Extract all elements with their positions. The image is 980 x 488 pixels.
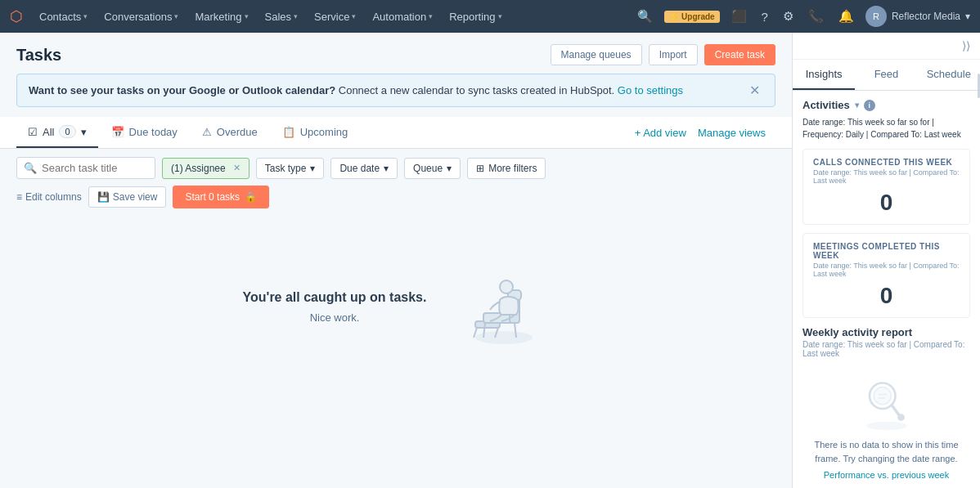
panel-body: Activities ▾ i Date range: This week so … [793, 91, 980, 488]
nav-marketing[interactable]: Marketing ▾ [188, 7, 254, 26]
tasks-tabs-bar: ☑ All 0 ▾ 📅 Due today ⚠ Overdue 📋 Upcomi… [0, 117, 792, 149]
chevron-down-icon: ▾ [447, 163, 452, 174]
chevron-down-icon: ▾ [310, 163, 315, 174]
chevron-down-icon: ▾ [965, 11, 970, 22]
page-title: Tasks [16, 46, 61, 65]
assignee-filter-button[interactable]: (1) Assignee ✕ [162, 158, 249, 179]
svg-point-9 [500, 280, 513, 293]
manage-views-button[interactable]: Manage views [688, 120, 775, 146]
empty-state: You're all caught up on tasks. Nice work… [0, 217, 792, 396]
nav-sales[interactable]: Sales ▾ [258, 7, 305, 26]
due-date-filter-button[interactable]: Due date ▾ [330, 158, 398, 179]
meetings-completed-metric: MEETINGS COMPLETED THIS WEEK Date range:… [802, 233, 970, 318]
help-icon[interactable]: ? [758, 7, 771, 27]
empty-illustration [459, 266, 549, 347]
activities-section-header: Activities ▾ i [802, 99, 970, 111]
panel-collapse-button[interactable]: ⟩⟩ [962, 39, 970, 52]
search-icon[interactable]: 🔍 [634, 6, 656, 27]
meetings-value: 0 [813, 283, 960, 309]
add-view-button[interactable]: + Add view [635, 120, 686, 146]
info-icon[interactable]: i [864, 100, 875, 111]
search-box: 🔍 [16, 157, 155, 179]
chart-empty-state: There is no data to show in this time fr… [802, 366, 970, 488]
svg-point-12 [874, 387, 891, 405]
chevron-down-icon: ▾ [384, 163, 389, 174]
chevron-down-icon: ▾ [352, 12, 356, 20]
activities-title: Activities [802, 99, 850, 111]
user-menu[interactable]: R Reflector Media ▾ [865, 6, 970, 27]
chevron-down-icon: ▾ [83, 12, 88, 20]
calls-value: 0 [813, 190, 960, 216]
search-icon: 🔍 [24, 162, 37, 174]
calls-connected-metric: CALLS CONNECTED THIS WEEK Date range: Th… [802, 149, 970, 225]
import-button[interactable]: Import [649, 44, 698, 65]
nav-contacts[interactable]: Contacts ▾ [33, 7, 94, 26]
calls-icon[interactable]: 📞 [805, 6, 827, 27]
nav-service[interactable]: Service ▾ [308, 7, 362, 26]
settings-icon[interactable]: ⚙ [780, 6, 797, 27]
go-to-settings-link[interactable]: Go to settings [618, 84, 683, 96]
tab-all[interactable]: ☑ All 0 ▾ [16, 117, 98, 148]
header-actions: Manage queues Import Create task [551, 44, 775, 65]
marketplace-icon[interactable]: ⬛ [728, 6, 750, 27]
activities-date-range: Date range: This week so far so for | Fr… [802, 116, 970, 141]
panel-header: ⟩⟩ [793, 33, 980, 60]
chevron-down-icon: ▾ [294, 12, 298, 20]
page-header: Tasks Manage queues Import Create task [0, 33, 792, 74]
empty-subtext: Nice work. [243, 311, 427, 324]
performance-vs-previous-link[interactable]: Performance vs. previous week [824, 470, 949, 480]
right-panel: ⟩⟩ Insights Feed Schedule Activities ▾ i… [792, 33, 980, 488]
left-content: Tasks Manage queues Import Create task W… [0, 33, 792, 488]
close-icon: ✕ [233, 163, 241, 173]
svg-line-13 [892, 405, 900, 416]
chevron-down-icon: ▾ [429, 12, 433, 20]
nav-automation[interactable]: Automation ▾ [366, 7, 439, 26]
nav-reporting[interactable]: Reporting ▾ [443, 7, 508, 26]
panel-tabs: Insights Feed Schedule [793, 60, 980, 91]
search-input[interactable] [42, 162, 148, 174]
svg-point-10 [866, 422, 906, 431]
empty-heading: You're all caught up on tasks. [243, 290, 427, 305]
top-navigation: ⬡ Contacts ▾ Conversations ▾ Marketing ▾… [0, 0, 980, 33]
avatar: R [865, 6, 887, 27]
chevron-down-icon[interactable]: ▾ [855, 101, 859, 110]
chevron-down-icon: ▾ [81, 126, 87, 138]
banner-close-button[interactable]: ✕ [746, 83, 763, 98]
main-layout: Tasks Manage queues Import Create task W… [0, 33, 980, 488]
save-view-button[interactable]: 💾 Save view [88, 186, 167, 208]
tab-feed[interactable]: Feed [855, 60, 917, 90]
queue-filter-button[interactable]: Queue ▾ [404, 158, 461, 179]
weekly-activity-report: Weekly activity report Date range: This … [802, 326, 970, 488]
notifications-icon[interactable]: 🔔 [835, 6, 857, 27]
tab-overdue[interactable]: ⚠ Overdue [191, 118, 269, 148]
tab-insights[interactable]: Insights [793, 60, 855, 90]
more-filters-button[interactable]: ⊞ More filters [467, 158, 546, 179]
filter-bar: 🔍 (1) Assignee ✕ Task type ▾ Due date ▾ … [0, 149, 792, 217]
no-data-illustration [858, 374, 915, 432]
tab-due-today[interactable]: 📅 Due today [100, 118, 189, 148]
chevron-down-icon: ▾ [498, 12, 502, 20]
tab-schedule[interactable]: Schedule [918, 60, 980, 90]
chevron-down-icon: ▾ [174, 12, 178, 20]
start-tasks-button[interactable]: Start 0 tasks 🔒 [173, 186, 269, 208]
chevron-down-icon: ▾ [245, 12, 249, 20]
nav-conversations[interactable]: Conversations ▾ [97, 7, 185, 26]
manage-queues-button[interactable]: Manage queues [551, 44, 642, 65]
svg-point-14 [897, 414, 905, 421]
hubspot-logo[interactable]: ⬡ [10, 7, 23, 25]
calendar-sync-banner: Want to see your tasks on your Google or… [16, 74, 775, 107]
task-type-filter-button[interactable]: Task type ▾ [256, 158, 325, 179]
edit-columns-button[interactable]: ≡ Edit columns [16, 191, 82, 203]
tab-upcoming[interactable]: 📋 Upcoming [271, 118, 360, 148]
upgrade-button[interactable]: ⚡ Upgrade [664, 11, 720, 23]
create-task-button[interactable]: Create task [704, 44, 775, 65]
